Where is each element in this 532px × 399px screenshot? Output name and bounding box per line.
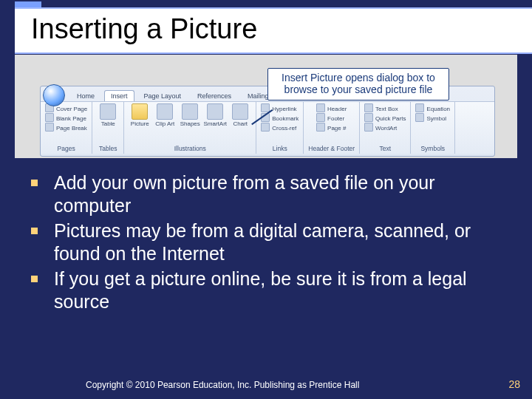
bullet-square-icon <box>31 276 38 282</box>
picture-icon <box>132 103 148 120</box>
ribbon-group: Cover PageBlank PagePage BreakPages <box>41 102 92 154</box>
ribbon-tab: References <box>191 90 238 101</box>
ribbon-small-item: Page Break <box>45 123 87 132</box>
ribbon-small-item: Cross-ref <box>261 123 299 132</box>
ribbon-button-label: Shapes <box>180 121 200 127</box>
ribbon-small-item: Text Box <box>364 103 406 112</box>
callout-box: Insert Picture opens dialog box to brows… <box>267 68 449 100</box>
clip-art-icon <box>157 103 173 120</box>
ribbon-small-item: Symbol <box>415 113 450 122</box>
ribbon-group: TableTables <box>92 102 124 154</box>
ribbon-button-label: Clip Art <box>155 121 174 127</box>
ribbon-button: Shapes <box>179 103 201 137</box>
bullet-text: If you get a picture online, be sure it … <box>54 267 516 313</box>
bullet-list: Add your own picture from a saved file o… <box>31 171 516 316</box>
ribbon-tab: Home <box>70 90 101 101</box>
bullet-square-icon <box>31 180 38 186</box>
ribbon-tab: Insert <box>104 90 134 101</box>
bullet-item: Pictures may be from a digital camera, s… <box>31 219 516 265</box>
slide-title: Inserting a Picture <box>15 7 532 54</box>
ribbon-group: EquationSymbolSymbols <box>411 102 455 154</box>
bullet-text: Pictures may be from a digital camera, s… <box>54 219 516 265</box>
chart-icon <box>232 103 248 120</box>
ribbon-group-label: Tables <box>99 145 117 154</box>
ribbon-group: HeaderFooterPage #Header & Footer <box>304 102 360 154</box>
ribbon-group: HyperlinkBookmarkCross-refLinks <box>256 102 304 154</box>
ribbon-button-label: Chart <box>233 121 248 127</box>
ribbon-small-item: Page # <box>316 123 347 132</box>
ribbon-button-label: Table <box>101 121 115 127</box>
table-icon <box>100 103 116 120</box>
ribbon-group-label: Illustrations <box>174 145 206 154</box>
ribbon-button: Picture <box>129 103 151 137</box>
ribbon-button: Table <box>97 103 119 137</box>
bullet-item: If you get a picture online, be sure it … <box>31 267 516 313</box>
ribbon-groups: Cover PageBlank PagePage BreakPagesTable… <box>41 101 494 154</box>
shapes-icon <box>182 103 198 120</box>
office-orb-icon <box>43 84 65 106</box>
ribbon-small-item: Header <box>316 103 347 112</box>
ribbon-group-label: Links <box>273 145 287 154</box>
ribbon-small-item: Equation <box>415 103 450 112</box>
ribbon-tab: Page Layout <box>137 90 188 101</box>
ribbon-group: PictureClip ArtShapesSmartArtChartIllust… <box>124 102 256 154</box>
ribbon-group-label: Header & Footer <box>308 145 355 154</box>
callout-text: Insert Picture opens dialog box to brows… <box>282 72 435 95</box>
title-area: Inserting a Picture <box>15 1 532 54</box>
ribbon-small-item: Hyperlink <box>261 103 299 112</box>
ribbon-group-label: Text <box>379 145 391 154</box>
ribbon-button-label: Picture <box>131 121 149 127</box>
page-number: 28 <box>508 378 520 390</box>
ribbon-button: Chart <box>229 103 251 137</box>
accent-bar <box>15 1 41 7</box>
bullet-item: Add your own picture from a saved file o… <box>31 171 516 216</box>
ribbon-group-label: Symbols <box>420 145 445 154</box>
bullet-text: Add your own picture from a saved file o… <box>54 171 516 216</box>
ribbon-small-item: Blank Page <box>45 113 87 122</box>
bullet-square-icon <box>31 228 38 234</box>
smartart-icon <box>207 103 223 120</box>
ribbon-group-label: Pages <box>58 145 75 154</box>
ribbon-group: Text BoxQuick PartsWordArtText <box>360 102 411 154</box>
ribbon-button-label: SmartArt <box>203 121 227 127</box>
ribbon-button: SmartArt <box>204 103 226 137</box>
copyright-footer: Copyright © 2010 Pearson Education, Inc.… <box>86 380 359 390</box>
ribbon-small-item: Footer <box>316 113 347 122</box>
ribbon-button: Clip Art <box>154 103 176 137</box>
ribbon-small-item: Quick Parts <box>364 113 406 122</box>
ribbon-small-item: WordArt <box>364 123 406 132</box>
